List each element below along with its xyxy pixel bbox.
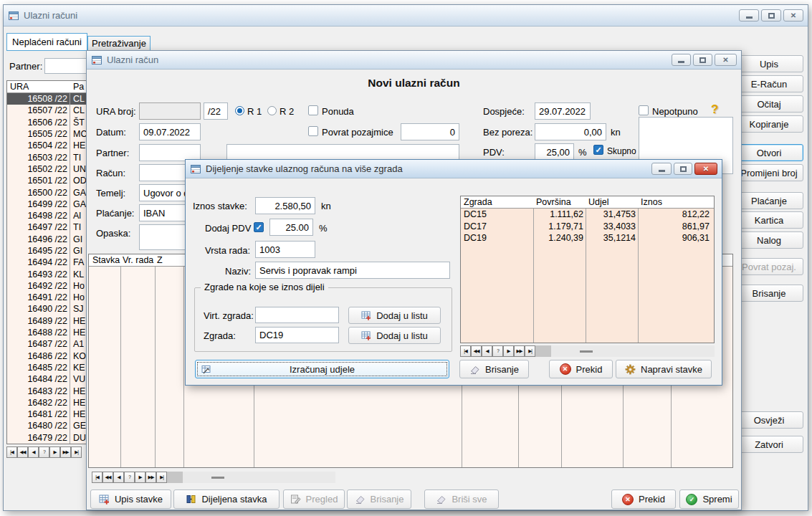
- nav-prev-button[interactable]: ◀: [113, 472, 124, 483]
- nav-fast-back-button[interactable]: ◀◀: [17, 446, 28, 458]
- building-row[interactable]: DC151.111,6231,4753812,22: [461, 209, 714, 221]
- side-button-osvjezi[interactable]: Osvježi: [735, 411, 803, 429]
- izracunaj-udjele-button[interactable]: Izračunaj udjele: [195, 360, 449, 378]
- help-icon[interactable]: ?: [711, 102, 718, 117]
- scrollbar-track[interactable]: [551, 345, 715, 357]
- pdv-percent-input[interactable]: 25.00: [269, 219, 313, 236]
- list-item[interactable]: 16481 /22HE: [7, 408, 87, 420]
- list-item[interactable]: 16494 /22FA: [7, 257, 87, 268]
- scrollbar-track[interactable]: [183, 472, 335, 483]
- side-button-brisanje[interactable]: Brisanje: [735, 285, 803, 302]
- nepotpuno-checkbox[interactable]: [639, 105, 649, 115]
- nav-fast-fwd-button[interactable]: ▶▶: [145, 472, 156, 483]
- skupno-checkbox[interactable]: [593, 145, 603, 155]
- bez-poreza-input[interactable]: 0,00: [535, 123, 606, 140]
- scrollbar-thumb[interactable]: [580, 350, 593, 353]
- radio-r2[interactable]: [267, 106, 277, 115]
- list-item[interactable]: 16482 /22HE: [7, 397, 87, 408]
- nav-next-button[interactable]: ▶: [49, 446, 60, 458]
- list-item[interactable]: 16484 /22VU: [7, 373, 87, 385]
- list-item[interactable]: 16487 /22A1: [7, 338, 87, 350]
- list-item[interactable]: 16504 /22HE: [7, 140, 87, 151]
- side-button-placanje[interactable]: Plaćanje: [735, 192, 803, 209]
- list-item[interactable]: 16506 /22ŠT: [7, 117, 87, 128]
- nav-fast-back-button[interactable]: ◀◀: [471, 345, 482, 357]
- nav-fast-fwd-button[interactable]: ▶▶: [514, 345, 525, 357]
- side-button-otvori[interactable]: Otvori: [735, 144, 803, 161]
- list-item[interactable]: 16495 /22GI: [7, 245, 87, 257]
- nav-first-button[interactable]: |◀: [92, 472, 102, 483]
- ura-suffix-input[interactable]: /22: [204, 102, 228, 120]
- nav-last-button[interactable]: ▶|: [525, 345, 535, 357]
- zgrada-input[interactable]: DC19: [255, 327, 339, 343]
- minimize-button[interactable]: [739, 9, 759, 22]
- maximize-button[interactable]: [674, 163, 692, 175]
- dodaj-zgradu-u-listu-button[interactable]: Dodaj u listu: [348, 327, 441, 344]
- side-button-e-racun[interactable]: E-Račun: [735, 75, 803, 92]
- ura-broj-input[interactable]: [139, 102, 201, 120]
- list-item[interactable]: 16499 /22GA: [7, 199, 87, 210]
- side-button-nalog[interactable]: Nalog: [735, 231, 803, 249]
- side-button-kartica[interactable]: Kartica: [735, 211, 803, 229]
- datum-input[interactable]: 09.07.2022: [139, 123, 201, 140]
- upis-stavke-button[interactable]: Upis stavke: [90, 489, 171, 509]
- dijeljena-stavka-button[interactable]: Dijeljena stavka: [173, 489, 280, 509]
- pdv-input[interactable]: 25,00: [535, 143, 574, 161]
- list-item[interactable]: 16505 /22MC: [7, 128, 87, 140]
- scrollbar-thumb[interactable]: [211, 477, 224, 479]
- side-button-povrat-pozaj[interactable]: Povrat pozaj.: [735, 258, 803, 275]
- list-item[interactable]: 16493 /22KL: [7, 268, 87, 280]
- list-item[interactable]: 16483 /22HE: [7, 385, 87, 396]
- brisi-sve-button[interactable]: Briši sve: [424, 489, 499, 509]
- list-item[interactable]: 16491 /22Ho: [7, 292, 87, 303]
- nav-help-button[interactable]: ?: [39, 446, 49, 458]
- list-item[interactable]: 16496 /22GI: [7, 234, 87, 245]
- nav-first-button[interactable]: |◀: [460, 345, 471, 357]
- brisanje-button[interactable]: Brisanje: [347, 489, 411, 509]
- side-button-promijeni-broj[interactable]: Promijeni broj: [735, 164, 803, 181]
- list-item[interactable]: 16507 /22CL: [7, 105, 87, 116]
- radio-r1[interactable]: [235, 106, 244, 115]
- ponuda-checkbox[interactable]: [308, 105, 318, 115]
- nav-next-button[interactable]: ▶: [135, 472, 145, 483]
- list-item[interactable]: 16479 /22DU: [7, 432, 87, 444]
- vrsta-rada-input[interactable]: 1003: [255, 241, 315, 258]
- list-item[interactable]: 16497 /22TI: [7, 221, 87, 233]
- povrat-pozajmice-input[interactable]: 0: [401, 123, 459, 140]
- maximize-button[interactable]: [761, 9, 781, 22]
- side-button-upis[interactable]: Upis: [735, 55, 803, 72]
- virt-zgrada-input[interactable]: [255, 307, 339, 323]
- nav-prev-button[interactable]: ◀: [482, 345, 492, 357]
- minimize-button[interactable]: [672, 54, 691, 66]
- nav-help-button[interactable]: ?: [492, 345, 503, 357]
- naziv-input[interactable]: Servis i popravak rampi: [255, 262, 450, 279]
- dialog-prekid-button[interactable]: ✕ Prekid: [549, 360, 613, 378]
- spremi-button[interactable]: ✓ Spremi: [679, 489, 739, 509]
- list-item[interactable]: 16489 /22HE: [7, 315, 87, 327]
- building-row[interactable]: DC171.179,7133,4033861,97: [461, 221, 714, 233]
- nav-fast-fwd-button[interactable]: ▶▶: [60, 446, 71, 458]
- napravi-stavke-button[interactable]: Napravi stavke: [616, 360, 712, 378]
- tab-neplaceni-racuni[interactable]: Neplaćeni računi: [6, 33, 87, 51]
- dodaj-virt-u-listu-button[interactable]: Dodaj u listu: [348, 307, 441, 324]
- dialog-brisanje-button[interactable]: Brisanje: [459, 360, 529, 378]
- side-button-ocitaj[interactable]: Očitaj: [735, 95, 803, 113]
- povrat-pozajmice-checkbox[interactable]: [308, 126, 318, 136]
- prekid-button[interactable]: ✕ Prekid: [611, 489, 676, 509]
- list-item[interactable]: 16503 /22TI: [7, 151, 87, 163]
- maximize-button[interactable]: [693, 54, 712, 66]
- tab-pretrazivanje[interactable]: Pretraživanje: [87, 36, 151, 51]
- nav-first-button[interactable]: |◀: [6, 446, 17, 458]
- list-item[interactable]: 16480 /22GE: [7, 420, 87, 431]
- nav-prev-button[interactable]: ◀: [28, 446, 39, 458]
- side-button-kopiranje[interactable]: Kopiranje: [735, 115, 803, 133]
- pregled-button[interactable]: Pregled: [283, 489, 345, 509]
- minimize-button[interactable]: [651, 163, 672, 175]
- building-row[interactable]: DC191.240,3935,1214906,31: [461, 232, 714, 244]
- side-button-zatvori[interactable]: Zatvori: [735, 436, 803, 453]
- close-button[interactable]: ✕: [694, 163, 717, 175]
- list-item[interactable]: 16485 /22KE: [7, 362, 87, 373]
- list-item[interactable]: 16498 /22Al: [7, 210, 87, 221]
- list-item[interactable]: 16490 /22SJ: [7, 303, 87, 315]
- dospjece-input[interactable]: 29.07.2022: [535, 102, 591, 120]
